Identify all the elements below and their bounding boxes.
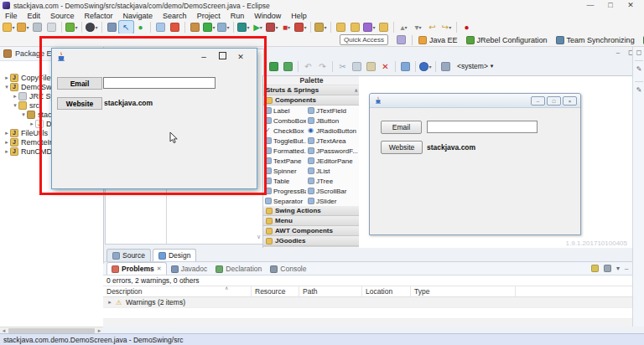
collapsed-arrow-icon[interactable]: ▸ (3, 130, 10, 136)
website-button[interactable]: Website (57, 97, 102, 110)
relaunch-icon[interactable]: ▾ (293, 21, 308, 33)
collapsed-arrow-icon[interactable]: ▸ (106, 299, 113, 306)
swing-close-button[interactable]: ✕ (231, 53, 250, 61)
look-and-feel-icon[interactable] (439, 60, 453, 73)
test-form-icon[interactable] (267, 60, 281, 73)
design-email-button[interactable]: Email (381, 121, 422, 134)
view-menu-icon[interactable] (604, 265, 611, 272)
coverage-icon[interactable]: ▾ (265, 21, 279, 33)
external-tools-icon[interactable]: ▾ (85, 21, 99, 33)
filter-icon[interactable] (591, 265, 599, 272)
tab-problems[interactable]: Problems✕ (106, 262, 167, 275)
palette-item-label[interactable]: Label (263, 106, 306, 116)
menu-project[interactable]: Project (192, 12, 226, 20)
copy-icon[interactable] (350, 60, 364, 73)
stop-icon[interactable]: ■▾ (279, 21, 293, 33)
perspective-window-icon[interactable] (153, 21, 168, 33)
dropdown-icon[interactable]: ▾ (616, 265, 620, 272)
palette-item-jeditorpane[interactable]: JEditorPane (306, 156, 358, 166)
properties-icon[interactable]: ✎ (636, 86, 642, 94)
structure-scroll-icon[interactable]: ∨ (257, 234, 261, 240)
new-java-class-icon[interactable]: ▾ (16, 21, 30, 33)
design-maximize-button[interactable]: □ (547, 96, 561, 106)
delete-icon[interactable]: ✕ (378, 60, 392, 73)
open-definition-icon[interactable] (281, 60, 295, 73)
palette-section-struts[interactable]: Struts & Springs ∧ (263, 85, 360, 95)
column-description[interactable]: Description (103, 286, 252, 296)
designed-jframe[interactable]: – □ × Email Website stackjava.com (369, 93, 581, 235)
swing-maximize-button[interactable] (213, 52, 231, 61)
palette-item-spinner[interactable]: Spinner (263, 166, 306, 176)
menu-refactor[interactable]: Refactor (80, 12, 118, 20)
expanded-arrow-icon[interactable]: ▾ (12, 102, 18, 109)
palette-item-jbutton[interactable]: JButton (306, 116, 358, 126)
jrebel-icon[interactable]: ● (460, 21, 474, 33)
palette-section-swing-actions[interactable]: Swing Actions (263, 206, 360, 216)
collapsed-arrow-icon[interactable]: ▸ (3, 148, 10, 155)
collapsed-arrow-icon[interactable]: ▸ (29, 121, 35, 127)
quick-access-box[interactable]: Quick Access (340, 34, 388, 45)
design-canvas[interactable]: – □ × Email Website stackjava.com 1.9.1.… (359, 75, 632, 250)
jrebel-sync-clock-icon[interactable] (168, 21, 182, 33)
restore-views-icon[interactable]: ◻ (636, 49, 642, 56)
palette-section-awt-components[interactable]: AWT Components (263, 226, 360, 236)
launch-rocket-icon[interactable]: ▾ (362, 21, 377, 33)
tab-declaration[interactable]: Declaration (211, 263, 266, 275)
menu-navigate[interactable]: Navigate (118, 12, 158, 20)
swing-minimize-button[interactable]: – (195, 52, 213, 61)
palette-item-jtree[interactable]: JTree (306, 176, 358, 186)
minimize-icon[interactable]: – (625, 265, 628, 272)
palette-title[interactable]: Palette (263, 76, 360, 85)
run-icon[interactable]: ▶▾ (251, 21, 265, 33)
palette-item-combobox[interactable]: ComboBox (263, 116, 306, 126)
palette-item-togglebut[interactable]: ToggleBut... (263, 136, 306, 146)
palette-item-jtextarea[interactable]: JTextArea (306, 136, 358, 146)
design-close-button[interactable]: × (563, 96, 577, 106)
close-button[interactable]: ✕ (621, 0, 641, 11)
open-folder-icon[interactable] (334, 21, 348, 33)
palette-item-separator[interactable]: Separator (263, 196, 306, 206)
column-type[interactable]: Type (411, 286, 516, 296)
perspective-java-ee[interactable]: Java EE (416, 35, 460, 45)
forward-icon[interactable]: ↪▾ (439, 21, 454, 33)
palette-item-textpane[interactable]: TextPane (263, 156, 306, 166)
collapsed-arrow-icon[interactable]: ▸ (3, 139, 10, 146)
design-minimize-button[interactable]: – (531, 96, 545, 106)
save-all-icon[interactable] (44, 21, 59, 33)
menu-source[interactable]: Source (45, 12, 80, 20)
palette-item-formatted[interactable]: Formatted... (263, 146, 306, 156)
annotations-icon[interactable]: ✎ (636, 65, 642, 73)
menu-file[interactable]: File (0, 12, 23, 20)
externalize-strings-icon[interactable] (398, 60, 413, 73)
running-swing-window[interactable]: – ✕ Email Website stackjava.com (51, 48, 257, 189)
refresh-icon[interactable]: ▾ (202, 21, 216, 33)
back-icon[interactable]: ↩ (425, 21, 439, 33)
save-icon[interactable] (30, 21, 44, 33)
maximize-button[interactable]: □ (600, 0, 621, 11)
expanded-arrow-icon[interactable]: ▾ (3, 84, 10, 90)
remote-console-icon[interactable] (105, 21, 119, 33)
column-resource[interactable]: Resource (252, 286, 299, 296)
problems-row-warnings[interactable]: ▸⚠Warnings (2 items) (103, 297, 644, 308)
collapsed-arrow-icon[interactable]: ▸ (12, 93, 18, 100)
close-tab-icon[interactable]: ✕ (157, 265, 162, 272)
palette-section-jgoodies[interactable]: JGoodies (263, 236, 360, 246)
publish-icon[interactable]: ▾ (216, 21, 231, 33)
cut-icon[interactable]: ✂ (335, 60, 350, 73)
palette-item-jpasswordf[interactable]: JPasswordF... (306, 146, 358, 156)
import-icon[interactable] (348, 21, 362, 33)
system-lnf-dropdown[interactable]: <system>▾ (454, 62, 493, 70)
perspective-jrebel-configuration[interactable]: JRebel Configuration (464, 35, 550, 45)
menu-run[interactable]: Run (226, 12, 250, 20)
new-package-icon[interactable] (188, 21, 202, 33)
open-perspective-icon[interactable] (394, 33, 408, 46)
next-annotation-icon[interactable]: ▾▾ (411, 21, 425, 33)
palette-item-checkbox[interactable]: ✓CheckBox (263, 126, 306, 136)
email-button[interactable]: Email (57, 77, 102, 90)
perspective-debug[interactable]: Debug (641, 35, 644, 45)
palette-item-jscrollbar[interactable]: JScrollBar (306, 186, 358, 196)
jrebel-project-icon[interactable]: ▾ (65, 21, 79, 33)
export-icon[interactable] (377, 21, 391, 33)
record-icon[interactable]: ● (133, 21, 148, 33)
design-email-field[interactable] (427, 121, 538, 133)
